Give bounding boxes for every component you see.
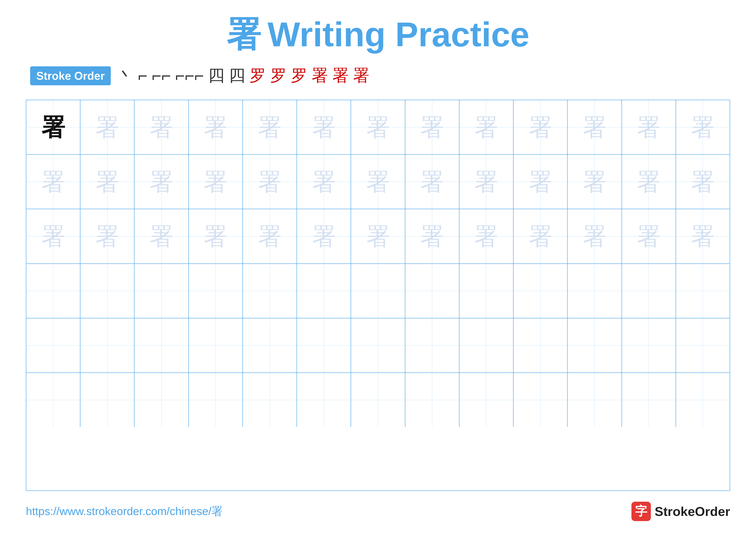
grid-cell-5-6[interactable]	[297, 318, 351, 372]
grid-cell-2-11[interactable]: 署	[568, 155, 622, 209]
grid-cell-4-11[interactable]	[568, 264, 622, 318]
grid-cell-5-4[interactable]	[189, 318, 243, 372]
grid-cell-3-9[interactable]: 署	[459, 209, 514, 263]
grid-cell-1-11[interactable]: 署	[568, 100, 622, 154]
grid-cell-2-13[interactable]: 署	[676, 155, 730, 209]
grid-cell-3-1[interactable]: 署	[26, 209, 80, 263]
grid-cell-3-4[interactable]: 署	[189, 209, 243, 263]
grid-cell-2-4[interactable]: 署	[189, 155, 243, 209]
stroke-step-1: 丶	[117, 64, 134, 87]
grid-cell-1-9[interactable]: 署	[459, 100, 514, 154]
grid-cell-5-7[interactable]	[351, 318, 405, 372]
cell-char: 署	[149, 115, 173, 139]
grid-cell-6-2[interactable]	[80, 373, 134, 427]
grid-cell-5-2[interactable]	[80, 318, 134, 372]
cell-char: 署	[691, 170, 715, 194]
grid-cell-1-4[interactable]: 署	[189, 100, 243, 154]
stroke-step-3: ⌐⌐	[152, 66, 171, 85]
grid-cell-2-8[interactable]: 署	[405, 155, 459, 209]
grid-cell-5-1[interactable]	[26, 318, 80, 372]
grid-cell-3-13[interactable]: 署	[676, 209, 730, 263]
grid-cell-3-6[interactable]: 署	[297, 209, 351, 263]
footer: https://www.strokeorder.com/chinese/署 字 …	[26, 502, 730, 521]
footer-url[interactable]: https://www.strokeorder.com/chinese/署	[26, 504, 223, 519]
grid-cell-1-2[interactable]: 署	[80, 100, 134, 154]
grid-cell-2-7[interactable]: 署	[351, 155, 405, 209]
grid-cell-4-8[interactable]	[405, 264, 459, 318]
grid-cell-1-7[interactable]: 署	[351, 100, 405, 154]
grid-cell-3-12[interactable]: 署	[622, 209, 676, 263]
title-area: 署 Writing Practice	[227, 17, 529, 52]
grid-row-6	[26, 373, 730, 427]
grid-cell-3-7[interactable]: 署	[351, 209, 405, 263]
grid-cell-3-10[interactable]: 署	[514, 209, 568, 263]
grid-cell-3-5[interactable]: 署	[243, 209, 297, 263]
cell-char: 署	[528, 224, 552, 248]
cell-char: 署	[528, 170, 552, 194]
grid-cell-2-2[interactable]: 署	[80, 155, 134, 209]
title-text: Writing Practice	[267, 17, 529, 52]
grid-cell-6-4[interactable]	[189, 373, 243, 427]
cell-char: 署	[366, 224, 390, 248]
grid-cell-5-13[interactable]	[676, 318, 730, 372]
grid-cell-6-13[interactable]	[676, 373, 730, 427]
grid-cell-2-3[interactable]: 署	[134, 155, 189, 209]
brand-icon: 字	[632, 502, 651, 521]
grid-cell-6-6[interactable]	[297, 373, 351, 427]
grid-cell-2-1[interactable]: 署	[26, 155, 80, 209]
grid-cell-6-11[interactable]	[568, 373, 622, 427]
grid-cell-4-1[interactable]	[26, 264, 80, 318]
grid-cell-1-10[interactable]: 署	[514, 100, 568, 154]
grid-cell-4-7[interactable]	[351, 264, 405, 318]
grid-cell-6-7[interactable]	[351, 373, 405, 427]
grid-cell-5-12[interactable]	[622, 318, 676, 372]
stroke-step-2: ⌐	[138, 66, 148, 85]
grid-cell-6-1[interactable]	[26, 373, 80, 427]
grid-cell-5-3[interactable]	[134, 318, 189, 372]
grid-cell-5-8[interactable]	[405, 318, 459, 372]
grid-cell-6-5[interactable]	[243, 373, 297, 427]
grid-cell-6-8[interactable]	[405, 373, 459, 427]
grid-cell-6-12[interactable]	[622, 373, 676, 427]
grid-cell-4-3[interactable]	[134, 264, 189, 318]
grid-cell-1-8[interactable]: 署	[405, 100, 459, 154]
grid-cell-1-5[interactable]: 署	[243, 100, 297, 154]
grid-cell-3-8[interactable]: 署	[405, 209, 459, 263]
cell-char: 署	[420, 115, 444, 139]
grid-cell-1-3[interactable]: 署	[134, 100, 189, 154]
grid-cell-4-2[interactable]	[80, 264, 134, 318]
grid-cell-4-10[interactable]	[514, 264, 568, 318]
grid-cell-2-10[interactable]: 署	[514, 155, 568, 209]
grid-cell-5-11[interactable]	[568, 318, 622, 372]
grid-cell-4-9[interactable]	[459, 264, 514, 318]
grid-cell-4-13[interactable]	[676, 264, 730, 318]
grid-cell-3-11[interactable]: 署	[568, 209, 622, 263]
grid-cell-4-6[interactable]	[297, 264, 351, 318]
grid-cell-1-1[interactable]: 署	[26, 100, 80, 154]
cell-char: 署	[691, 115, 715, 139]
stroke-step-5: 四	[208, 64, 225, 87]
grid-cell-4-5[interactable]	[243, 264, 297, 318]
grid-cell-2-6[interactable]: 署	[297, 155, 351, 209]
grid-cell-3-2[interactable]: 署	[80, 209, 134, 263]
cell-char: 署	[366, 170, 390, 194]
grid-cell-5-10[interactable]	[514, 318, 568, 372]
stroke-step-7: 罗	[250, 64, 266, 87]
grid-cell-3-3[interactable]: 署	[134, 209, 189, 263]
grid-cell-6-9[interactable]	[459, 373, 514, 427]
cell-char: 署	[149, 170, 173, 194]
grid-cell-4-12[interactable]	[622, 264, 676, 318]
grid-cell-1-6[interactable]: 署	[297, 100, 351, 154]
grid-cell-2-5[interactable]: 署	[243, 155, 297, 209]
grid-cell-2-12[interactable]: 署	[622, 155, 676, 209]
grid-cell-4-4[interactable]	[189, 264, 243, 318]
stroke-steps: 丶 ⌐ ⌐⌐ ⌐⌐⌐ 四 四 罗 罗 罗 署 署 署	[117, 64, 369, 87]
cell-char: 署	[528, 115, 552, 139]
grid-cell-2-9[interactable]: 署	[459, 155, 514, 209]
grid-cell-6-3[interactable]	[134, 373, 189, 427]
grid-cell-1-12[interactable]: 署	[622, 100, 676, 154]
grid-cell-6-10[interactable]	[514, 373, 568, 427]
grid-cell-1-13[interactable]: 署	[676, 100, 730, 154]
grid-cell-5-9[interactable]	[459, 318, 514, 372]
grid-cell-5-5[interactable]	[243, 318, 297, 372]
